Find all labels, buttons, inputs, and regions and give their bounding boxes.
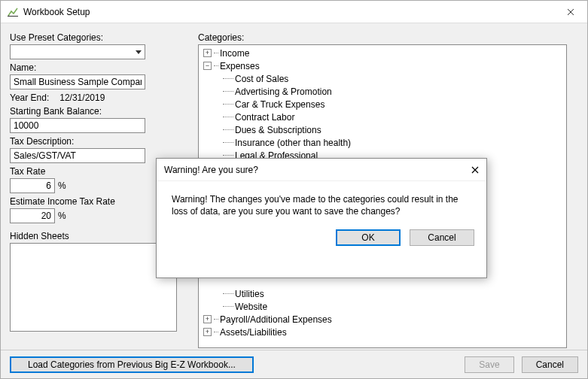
tree-income[interactable]: Income bbox=[218, 48, 249, 59]
year-end-label: Year End: bbox=[10, 92, 49, 103]
tax-desc-label: Tax Description: bbox=[10, 136, 183, 147]
dialog-footer: OK Cancel bbox=[157, 225, 486, 256]
tree-expenses[interactable]: Expenses bbox=[218, 61, 260, 71]
workbook-setup-window: Workbook Setup Use Preset Categories: Na… bbox=[0, 0, 588, 379]
est-tax-input[interactable] bbox=[10, 208, 55, 223]
tree-child[interactable]: Utilities bbox=[233, 289, 264, 299]
collapse-icon[interactable]: − bbox=[203, 62, 212, 70]
name-input[interactable] bbox=[10, 74, 145, 89]
tree-child[interactable]: Car & Truck Expenses bbox=[233, 99, 324, 110]
name-label: Name: bbox=[10, 62, 183, 73]
tree-child[interactable]: Insurance (other than health) bbox=[233, 138, 351, 148]
tree-assets[interactable]: Assets/Liabilities bbox=[218, 327, 287, 338]
dialog-cancel-button[interactable]: Cancel bbox=[410, 229, 474, 246]
save-button: Save bbox=[465, 356, 513, 373]
hidden-sheets-list[interactable] bbox=[10, 243, 177, 332]
window-close-button[interactable] bbox=[553, 1, 587, 23]
warning-dialog: Warning! Are you sure? Warning! The chan… bbox=[156, 158, 487, 278]
est-tax-pct: % bbox=[58, 211, 66, 221]
tax-desc-input[interactable] bbox=[10, 148, 145, 163]
balance-label: Starting Bank Balance: bbox=[10, 106, 183, 117]
tax-rate-input[interactable] bbox=[10, 178, 55, 193]
preset-label: Use Preset Categories: bbox=[10, 32, 183, 43]
tree-child[interactable]: Dues & Subscriptions bbox=[233, 125, 321, 135]
tree-child[interactable]: Advertising & Promotion bbox=[233, 86, 332, 97]
categories-label: Categories: bbox=[198, 32, 578, 43]
tree-child[interactable]: Website bbox=[233, 302, 267, 312]
footer: Load Categories from Previous Big E-Z Wo… bbox=[1, 350, 587, 378]
tree-payroll[interactable]: Payroll/Additional Expenses bbox=[218, 314, 332, 325]
dialog-message: Warning! The changes you've made to the … bbox=[157, 181, 486, 225]
year-end-value: 12/31/2019 bbox=[59, 92, 105, 103]
dialog-close-button[interactable] bbox=[468, 163, 482, 177]
cancel-button[interactable]: Cancel bbox=[522, 356, 578, 373]
expand-icon[interactable]: + bbox=[203, 315, 212, 323]
preset-select[interactable] bbox=[10, 44, 145, 59]
svg-rect-0 bbox=[8, 16, 18, 17]
dialog-ok-button[interactable]: OK bbox=[336, 229, 401, 246]
dialog-titlebar: Warning! Are you sure? bbox=[157, 159, 486, 181]
expand-icon[interactable]: + bbox=[203, 328, 212, 336]
app-icon bbox=[7, 6, 19, 18]
expand-icon[interactable]: + bbox=[203, 49, 212, 57]
tree-child[interactable]: Cost of Sales bbox=[233, 74, 288, 84]
tree-child[interactable]: Contract Labor bbox=[233, 112, 294, 123]
dialog-title: Warning! Are you sure? bbox=[164, 165, 258, 175]
balance-input[interactable] bbox=[10, 118, 145, 133]
load-categories-button[interactable]: Load Categories from Previous Big E-Z Wo… bbox=[10, 356, 254, 373]
titlebar: Workbook Setup bbox=[1, 1, 587, 23]
tax-rate-pct: % bbox=[58, 180, 66, 191]
window-title: Workbook Setup bbox=[23, 7, 90, 17]
